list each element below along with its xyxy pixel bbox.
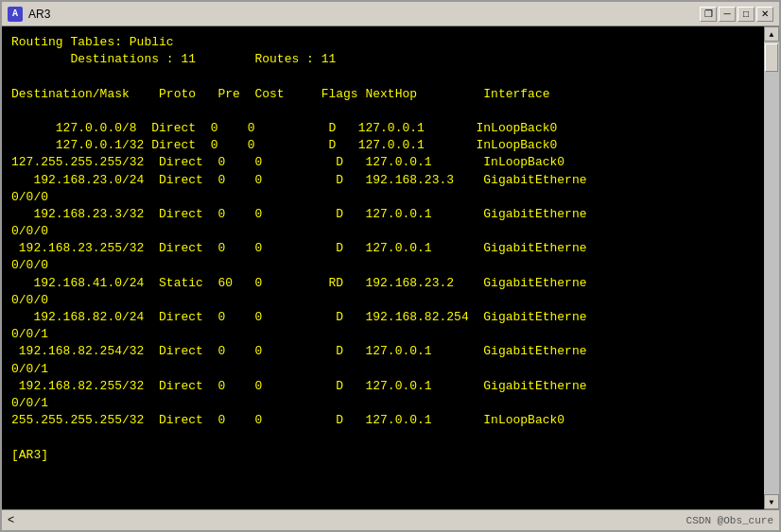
window-title: AR3 [28, 8, 50, 21]
scroll-up-button[interactable]: ▲ [764, 26, 779, 42]
title-bar: A AR3 ❐ ─ □ ✕ [2, 2, 779, 26]
scrollbar[interactable]: ▲ ▼ [764, 26, 779, 509]
title-bar-buttons: ❐ ─ □ ✕ [700, 7, 773, 22]
resize-button[interactable]: ❐ [700, 7, 717, 22]
scroll-track[interactable] [764, 42, 779, 494]
main-window: A AR3 ❐ ─ □ ✕ Routing Tables: Public Des… [0, 0, 781, 532]
terminal-wrapper: Routing Tables: Public Destinations : 11… [2, 26, 779, 509]
terminal-text: Routing Tables: Public Destinations : 11… [11, 34, 770, 464]
title-bar-left: A AR3 [8, 7, 50, 22]
bottom-bar: < CSDN @Obs_cure [2, 509, 779, 530]
watermark-text: CSDN @Obs_cure [686, 515, 773, 526]
left-arrow-button[interactable]: < [8, 514, 14, 527]
app-icon: A [8, 7, 23, 22]
scroll-down-button[interactable]: ▼ [764, 494, 779, 509]
maximize-button[interactable]: □ [738, 7, 755, 22]
terminal-content[interactable]: Routing Tables: Public Destinations : 11… [2, 26, 779, 509]
scroll-thumb[interactable] [765, 43, 778, 72]
minimize-button[interactable]: ─ [719, 7, 736, 22]
close-button[interactable]: ✕ [756, 7, 773, 22]
